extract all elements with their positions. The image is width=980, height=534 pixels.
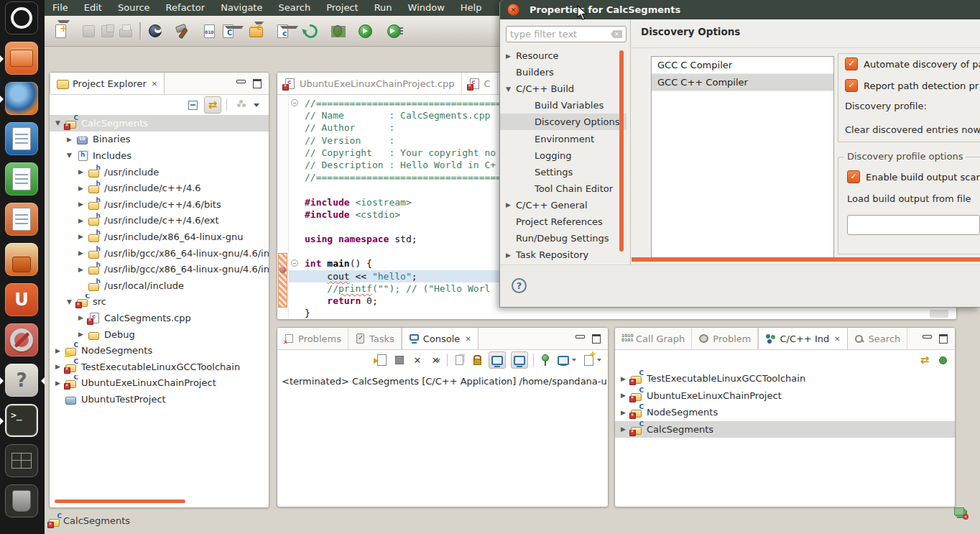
console-output[interactable]: <terminated> CalcSegments [C/C++ Applica… (277, 370, 608, 392)
toolbar-button[interactable] (99, 23, 115, 39)
app-icon[interactable]: ? (5, 364, 38, 397)
app-icon[interactable] (5, 162, 38, 195)
launcher-item[interactable] (0, 42, 45, 76)
console-toolbar-icon[interactable] (429, 354, 442, 367)
tree-row[interactable]: ▶ /usr/include/x86_64-linux-gnu (50, 229, 269, 245)
dialog-tree-row[interactable]: ▶ Resource (500, 47, 627, 64)
launcher-item[interactable] (0, 444, 45, 479)
close-tab-icon[interactable]: ✕ (152, 80, 157, 88)
console-toolbar-icon[interactable] (557, 354, 570, 367)
dialog-titlebar[interactable]: ✕ Properties for CalcSegments (500, 0, 980, 19)
app-icon[interactable]: >_ (5, 404, 38, 437)
tree-row[interactable]: ▼ CalcSegments (50, 115, 269, 132)
toolbar-button[interactable] (248, 23, 264, 39)
dialog-tree-row[interactable]: Settings (500, 164, 627, 180)
enable-scan-checkbox[interactable]: ✓ (847, 170, 860, 183)
tree-row[interactable]: ▶ /usr/include (50, 164, 269, 180)
view-toolbar-icon[interactable] (204, 96, 221, 114)
dialog-tree-scrollbar[interactable] (619, 50, 624, 252)
launcher-item[interactable]: ? (0, 364, 45, 398)
close-tab-icon[interactable]: ✕ (465, 335, 471, 343)
launcher-item[interactable] (0, 484, 45, 519)
view-toolbar-icon[interactable] (226, 98, 227, 111)
console-toolbar-icon[interactable] (471, 354, 484, 367)
expander-icon[interactable]: ▼ (67, 152, 77, 159)
tree-row[interactable]: ▶ /usr/include/c++/4.6 (50, 180, 269, 196)
console-tab[interactable]: Problems (277, 328, 348, 349)
app-icon[interactable] (5, 122, 38, 155)
clear-filter-icon[interactable]: ✕ (611, 30, 622, 38)
app-icon[interactable] (5, 1, 38, 34)
index-tab[interactable]: Search (848, 328, 908, 349)
dialog-tree-row[interactable]: Build Variables (500, 97, 627, 114)
app-icon[interactable] (5, 323, 38, 356)
tree-row[interactable]: ▶ CalcSegments.cpp (50, 310, 269, 326)
toolbar-button[interactable] (175, 23, 190, 39)
maximize-icon[interactable] (592, 334, 601, 344)
menu-item[interactable]: Search (270, 0, 318, 16)
tree-row[interactable]: ▶ Debug (50, 326, 269, 343)
app-icon[interactable]: U (5, 283, 38, 316)
menu-item[interactable]: Refactor (158, 0, 213, 16)
tree-row[interactable]: ▼ Includes (50, 147, 269, 164)
dialog-tree-row[interactable]: Tool Chain Editor (500, 180, 627, 197)
dialog-tree-row[interactable]: Logging (500, 147, 627, 164)
toolbar-button[interactable] (357, 23, 373, 39)
automate-discovery-checkbox[interactable]: ✓ (845, 57, 858, 70)
tree-row[interactable]: ▶ /usr/include/c++/4.6/ext (50, 213, 269, 229)
tab-project-explorer[interactable]: Project Explorer ✕ (50, 73, 165, 94)
toolbar-button[interactable] (53, 23, 69, 39)
toolbar-button[interactable] (118, 23, 134, 39)
console-tab[interactable]: Tasks (348, 328, 402, 349)
expander-icon[interactable]: ▶ (506, 201, 516, 208)
view-toolbar-icon[interactable] (186, 98, 199, 111)
report-path-checkbox[interactable]: ✓ (845, 79, 858, 92)
dialog-tree-row[interactable]: Environment (500, 130, 627, 147)
index-tab[interactable]: Problem (692, 328, 758, 349)
console-tab[interactable]: Console ✕ (402, 328, 479, 349)
index-tab[interactable]: Call Graph (615, 328, 692, 349)
expander-icon[interactable]: ▶ (78, 168, 88, 175)
minimize-icon[interactable] (575, 335, 585, 339)
console-toolbar-icon[interactable] (489, 351, 506, 369)
close-tab-icon[interactable]: ✕ (834, 335, 840, 343)
toolbar-button[interactable] (221, 23, 236, 39)
console-toolbar-icon[interactable] (411, 354, 424, 367)
menu-item[interactable]: Edit (76, 0, 110, 16)
launcher-item[interactable]: U (0, 283, 45, 318)
fold-marker-icon[interactable]: − (291, 99, 298, 106)
view-toolbar-icon[interactable] (250, 98, 263, 111)
menu-item[interactable]: Window (400, 0, 453, 16)
expander-icon[interactable]: ▶ (78, 266, 88, 273)
menu-item[interactable]: File (45, 0, 76, 16)
app-icon[interactable] (5, 203, 38, 236)
toolbar-button[interactable] (202, 23, 218, 39)
app-icon[interactable] (5, 42, 38, 75)
menu-item[interactable]: Navigate (213, 0, 270, 16)
launcher-item[interactable] (0, 82, 45, 116)
expander-icon[interactable]: ▶ (78, 185, 88, 192)
menu-item[interactable]: Project (318, 0, 366, 16)
tree-row[interactable]: ▶ NodeSegments (50, 342, 269, 359)
toolbar-button[interactable] (139, 22, 142, 40)
load-output-input[interactable] (847, 215, 980, 235)
menu-item[interactable]: Help (453, 0, 490, 16)
toolbar-button[interactable] (80, 23, 96, 39)
tree-row[interactable]: ▶ /usr/lib/gcc/x86_64-linux-gnu/4.6/in (50, 261, 269, 277)
app-icon[interactable] (5, 444, 38, 477)
filter-input[interactable]: type filter text ✕ (506, 26, 627, 42)
index-toolbar-icon[interactable] (936, 354, 949, 367)
dialog-tree-row[interactable]: ▼ C/C++ Build (500, 80, 627, 97)
launcher-item[interactable] (0, 203, 45, 237)
app-icon[interactable] (5, 82, 38, 115)
fold-marker-icon[interactable]: − (291, 259, 298, 267)
toolbar-button[interactable] (330, 23, 346, 39)
tree-row[interactable]: ▶ CalcSegments (615, 421, 955, 438)
toolbar-button[interactable] (302, 23, 318, 39)
launcher-item[interactable] (0, 323, 45, 358)
index-tab[interactable]: C/C++ Ind ✕ (758, 328, 847, 349)
dialog-tree-row[interactable]: ▶ C/C++ General (500, 197, 627, 213)
console-toolbar-icon[interactable] (582, 354, 595, 367)
menu-item[interactable]: Run (366, 0, 400, 16)
console-toolbar-icon[interactable] (533, 354, 534, 367)
